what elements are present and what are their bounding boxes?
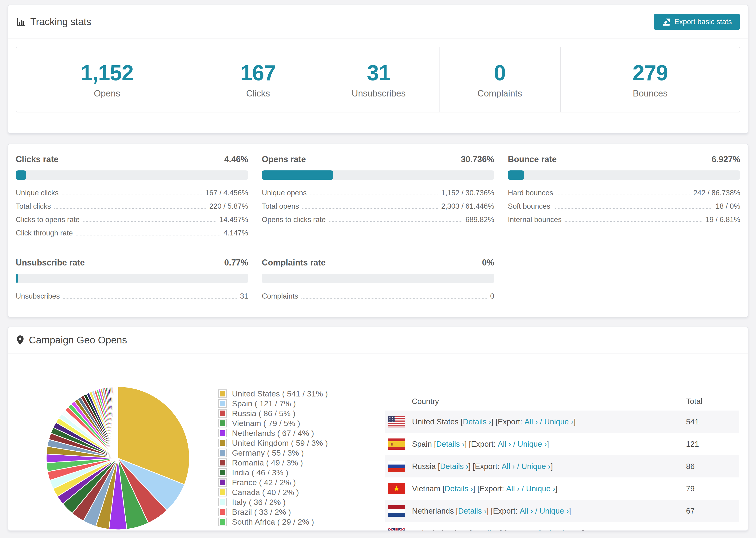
country-cell: Spain [Details ›] [Export: All › / Uniqu… [412,440,549,449]
rate-title: Unsubscribe rate [16,258,85,268]
export-slash-link[interactable]: / [513,440,515,448]
rate-percent: 4.46% [224,154,248,164]
legend-item-india: India ( 46 / 3% ) [218,467,328,477]
rate-stat-value: 242 / 86.738% [693,189,740,197]
export-unique-link[interactable]: Unique › [517,440,547,448]
rate-rows: Unique clicks 167 / 4.456% Total clicks … [16,189,248,242]
export-all-link[interactable]: All › [533,529,546,531]
rate-percent: 6.927% [712,154,740,164]
rate-title-row: Bounce rate 6.927% [508,154,740,164]
rate-rows: Unsubscribes 31 [16,292,248,305]
dotted-leader [54,208,206,209]
export-all-link[interactable]: All › [502,462,515,471]
details-link[interactable]: Details › [471,529,500,531]
details-link[interactable]: Details › [445,484,473,493]
export-slash-link[interactable]: / [549,529,551,531]
rate-progress-fill [16,170,26,180]
campaign-geo-opens-header: Campaign Geo Opens [8,327,748,353]
stat-card-opens: 1,152 Opens [16,47,198,112]
legend-item-united-states: United States ( 541 / 31% ) [218,389,328,399]
rate-stat-row: Hard bounces 242 / 86.738% [508,189,740,202]
rate-stat-value: 31 [240,292,248,300]
details-link[interactable]: Details › [458,507,486,515]
rate-stat-label: Unsubscribes [16,292,60,300]
rates-grid: Clicks rate 4.46% Unique clicks 167 / 4.… [8,144,748,305]
rate-rows: Unique opens 1,152 / 30.736% Total opens… [262,189,494,229]
rate-stat-row: Total opens 2,303 / 61.446% [262,202,494,215]
rate-stat-row: Total clicks 220 / 5.87% [16,202,248,215]
export-basic-stats-button[interactable]: Export basic stats [654,14,740,30]
total-cell: 59 [686,529,695,531]
rate-stat-row: Clicks to opens rate 14.497% [16,215,248,229]
export-slash-link[interactable]: / [540,417,542,426]
details-link[interactable]: Details › [436,440,465,448]
export-all-link[interactable]: All › [498,440,511,448]
tracking-stats-panel: Tracking stats Export basic stats 1,152 … [8,5,748,134]
export-basic-stats-label: Export basic stats [674,18,732,26]
legend-label: United Kingdom ( 59 / 3% ) [232,439,328,448]
dotted-leader [329,221,462,222]
rate-stat-row: Click through rate 4.147% [16,229,248,242]
rate-stat-label: Clicks to opens rate [16,215,80,224]
rate-stat-label: Click through rate [16,229,73,237]
bar-chart-icon [16,17,26,27]
legend-swatch [218,449,227,457]
rate-stat-label: Opens to clicks rate [262,215,326,224]
export-unique-link[interactable]: Unique › [521,462,551,471]
stat-value: 0 [494,61,506,85]
dotted-leader [557,194,690,195]
table-row-united-kingdom: United Kingdom [Details ›] [Export: All … [385,522,739,531]
details-link[interactable]: Details › [463,417,491,426]
legend-swatch [218,389,227,398]
rate-stat-value: 0 [490,292,494,300]
stat-label: Opens [94,88,120,99]
rate-stat-row: Internal bounces 19 / 6.81% [508,215,740,229]
legend-item-spain: Spain ( 121 / 7% ) [218,399,328,408]
legend-label: France ( 42 / 2% ) [232,478,296,487]
legend-label: Netherlands ( 67 / 4% ) [232,429,314,438]
rate-stat-label: Total clicks [16,202,51,211]
rate-stat-value: 4.147% [224,229,248,237]
flag-gb-icon [388,528,405,531]
legend-swatch [218,419,227,427]
rate-stat-row: Complaints 0 [262,292,494,305]
country-cell: Netherlands [Details ›] [Export: All › /… [412,507,571,515]
export-unique-link[interactable]: Unique › [553,529,582,531]
legend-item-south-africa: South Africa ( 29 / 2% ) [218,517,328,527]
export-unique-link[interactable]: Unique › [540,507,569,515]
rate-title: Bounce rate [508,154,557,164]
legend-swatch [218,478,227,487]
rate-rows: Hard bounces 242 / 86.738% Soft bounces … [508,189,740,229]
geo-country-table: Country Total United States [Details ›] … [385,392,739,531]
legend-swatch [218,517,227,526]
rate-title: Complaints rate [262,258,326,268]
rate-stat-label: Complaints [262,292,298,300]
export-unique-link[interactable]: Unique › [544,417,573,426]
export-slash-link[interactable]: / [517,462,519,471]
country-cell: Russia [Details ›] [Export: All › / Uniq… [412,462,553,471]
stat-value: 279 [632,61,668,85]
rate-stat-label: Unique clicks [16,189,59,197]
export-all-link[interactable]: All › [520,507,533,515]
dotted-leader [565,221,702,222]
stat-cards-row: 1,152 Opens167 Clicks31 Unsubscribes0 Co… [16,47,740,112]
export-unique-link[interactable]: Unique › [526,484,555,493]
details-link[interactable]: Details › [440,462,468,471]
export-all-link[interactable]: All › [524,417,538,426]
legend-swatch [218,508,227,516]
export-slash-link[interactable]: / [535,507,537,515]
legend-label: Italy ( 36 / 2% ) [232,498,286,507]
dotted-leader [63,298,237,298]
export-all-link[interactable]: All › [506,484,519,493]
rate-stat-row: Soft bounces 18 / 0% [508,202,740,215]
legend-swatch [218,468,227,477]
export-icon [662,18,671,26]
stat-label: Unsubscribes [351,88,405,99]
geo-pie-chart [45,385,190,531]
country-cell: Vietnam [Details ›] [Export: All › / Uni… [412,484,557,493]
export-slash-link[interactable]: / [522,484,524,493]
legend-label: Canada ( 40 / 2% ) [232,488,299,497]
legend-label: Spain ( 121 / 7% ) [232,399,296,408]
rate-percent: 0.77% [224,258,248,268]
tracking-stats-title: Tracking stats [30,16,91,27]
